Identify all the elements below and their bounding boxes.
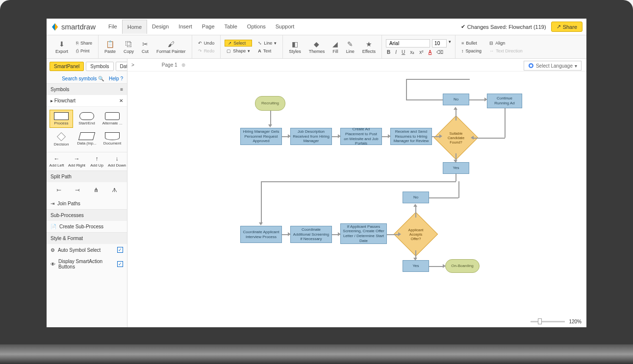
- node-d1[interactable]: Suitable Candidate Found?: [440, 122, 472, 153]
- tab-nav-prev[interactable]: >: [131, 62, 134, 68]
- copy-button[interactable]: ⿻Copy: [122, 39, 136, 55]
- clear-format-button[interactable]: ⌫: [435, 49, 444, 55]
- symbols-subheader[interactable]: ▸ Flowchart✕: [47, 95, 127, 107]
- split-left-button[interactable]: ⤚: [53, 185, 65, 195]
- split-right-button[interactable]: ⤙: [72, 185, 83, 195]
- menubar: smartdraw File Home Design Insert Page T…: [47, 19, 586, 35]
- menu-file[interactable]: File: [103, 20, 122, 34]
- underline-button[interactable]: U: [401, 49, 406, 55]
- add-page-button[interactable]: ⊕: [181, 62, 185, 68]
- bold-button[interactable]: B: [386, 49, 391, 55]
- page-tab-1[interactable]: Page 1: [162, 62, 177, 68]
- font-color-button[interactable]: A: [428, 49, 433, 55]
- join-paths-item[interactable]: ⇥Join Paths: [47, 198, 127, 209]
- tab-symbols[interactable]: Symbols: [86, 62, 113, 71]
- node-no1[interactable]: No: [443, 94, 469, 105]
- node-r2c2[interactable]: Coordinate Additional Screening if Neces…: [290, 226, 332, 243]
- effects-button[interactable]: ★Effects: [360, 39, 378, 55]
- cut-button[interactable]: ✂Cut: [140, 39, 151, 55]
- node-r2c3[interactable]: If Applicant Passes Screening, Create Of…: [340, 223, 387, 244]
- line-icon: ⤡: [258, 41, 262, 46]
- create-subprocess-item[interactable]: 📄Create Sub-Process: [47, 221, 127, 232]
- node-yes1[interactable]: Yes: [443, 162, 469, 174]
- smartaction-item[interactable]: 👁Display SmartAction Buttons✓: [47, 256, 127, 272]
- add-down-button[interactable]: ↓Add Down: [107, 152, 127, 170]
- pen-icon: ✎: [347, 40, 353, 48]
- add-left-button[interactable]: ←Add Left: [47, 152, 67, 170]
- node-d2[interactable]: Applicant Accepts Offer?: [400, 218, 431, 250]
- menu-page[interactable]: Page: [197, 20, 220, 34]
- symbol-document[interactable]: Document: [101, 130, 124, 149]
- line-style-button[interactable]: ✎Line: [344, 39, 356, 55]
- node-r2c1[interactable]: Coordinate Applicant Interview Process: [240, 226, 282, 243]
- add-up-button[interactable]: ↑Add Up: [87, 152, 107, 170]
- symbol-process[interactable]: Process: [50, 110, 73, 128]
- language-selector[interactable]: Select Language▾: [524, 61, 582, 71]
- line-mode[interactable]: ⤡Line▾: [256, 40, 279, 47]
- format-painter-button[interactable]: 🖌Format Painter: [154, 39, 188, 55]
- tab-data[interactable]: Data: [116, 62, 127, 71]
- node-r1c3[interactable]: Create Ad Placement to Post on Website a…: [340, 128, 382, 145]
- symbol-data[interactable]: Data (Inp...: [75, 130, 99, 149]
- font-size-select[interactable]: [432, 39, 447, 48]
- ribbon-toolbar: ⬇Export ⎘Share ⎙Print 📋Paste ⿻Copy ✂Cut …: [47, 35, 586, 59]
- auto-symbol-item[interactable]: ⚙Auto Symbol Select✓: [47, 244, 127, 256]
- fill-button[interactable]: ◢Fill: [330, 39, 340, 55]
- symbol-startend[interactable]: Start/End: [75, 110, 99, 128]
- italic-button[interactable]: I: [394, 49, 398, 55]
- menu-options[interactable]: Options: [242, 20, 271, 34]
- checkbox-checked-icon[interactable]: ✓: [117, 247, 123, 253]
- node-yes2[interactable]: Yes: [403, 260, 429, 272]
- share-tool[interactable]: ⎘Share: [74, 40, 94, 47]
- spacing-button[interactable]: ↕Spacing: [459, 48, 483, 54]
- bullet-button[interactable]: ≡Bullet: [459, 40, 483, 47]
- split-up-button[interactable]: ⋔: [90, 185, 102, 195]
- symbol-decision[interactable]: Decision: [50, 130, 73, 149]
- help-link[interactable]: Help ?: [109, 76, 123, 81]
- redo-button[interactable]: ↷Redo: [196, 48, 217, 54]
- node-contad[interactable]: Continue Running Ad: [487, 94, 522, 108]
- symbol-alternate[interactable]: Alternate ...: [101, 110, 124, 128]
- canvas-area: > Page 1 ⊕ Select Language▾ Recruiting H…: [127, 59, 586, 327]
- tab-smartpanel[interactable]: SmartPanel: [50, 62, 84, 71]
- export-button[interactable]: ⬇Export: [53, 39, 70, 55]
- shape-mode[interactable]: ▢Shape▾: [225, 48, 252, 54]
- text-mode[interactable]: AText: [256, 48, 279, 54]
- node-no2[interactable]: No: [403, 192, 429, 203]
- subscript-button[interactable]: x₂: [409, 49, 415, 55]
- flowchart-canvas[interactable]: Recruiting Hiring Manager Gets Personnel…: [127, 72, 586, 327]
- menu-insert[interactable]: Insert: [174, 20, 197, 34]
- node-r1c4[interactable]: Receive and Send Resumes to Hiring Manag…: [390, 128, 432, 145]
- node-r1c2[interactable]: Job Description Received from Hiring Man…: [290, 128, 332, 145]
- themes-button[interactable]: ◆Themes: [307, 39, 327, 55]
- export-icon: ⬇: [59, 40, 65, 48]
- close-icon[interactable]: ✕: [119, 98, 123, 103]
- shape-icon: ▢: [227, 49, 231, 53]
- menu-design[interactable]: Design: [147, 20, 174, 34]
- paste-button[interactable]: 📋Paste: [102, 39, 118, 55]
- align-button[interactable]: ⊟Align: [487, 40, 525, 47]
- undo-button[interactable]: ↶Undo: [196, 40, 217, 47]
- superscript-button[interactable]: x²: [418, 49, 424, 55]
- select-mode[interactable]: ➚Select: [225, 40, 252, 47]
- menu-icon[interactable]: ≡: [120, 87, 123, 92]
- print-button[interactable]: ⎙Print: [74, 48, 94, 54]
- menu-table[interactable]: Table: [220, 20, 242, 34]
- menu-support[interactable]: Support: [271, 20, 300, 34]
- node-recruiting[interactable]: Recruiting: [255, 96, 285, 111]
- node-r1c1[interactable]: Hiring Manager Gets Personnel Request Ap…: [240, 128, 282, 145]
- text-direction-button[interactable]: ↔Text Direction: [487, 48, 525, 54]
- node-onboarding[interactable]: On-Boarding: [445, 259, 480, 273]
- search-symbols-link[interactable]: Search symbols 🔍: [62, 76, 104, 81]
- brush-icon: 🖌: [168, 40, 175, 48]
- font-select[interactable]: [386, 39, 430, 48]
- connector: [406, 99, 443, 100]
- checkbox-checked-icon[interactable]: ✓: [117, 261, 123, 267]
- menu-home[interactable]: Home: [122, 20, 147, 34]
- add-right-button[interactable]: →Add Right: [67, 152, 87, 170]
- zoom-slider[interactable]: [531, 321, 565, 322]
- split-down-button[interactable]: ⩚: [109, 185, 121, 195]
- styles-button[interactable]: ◧Styles: [287, 39, 303, 55]
- share-button[interactable]: ↗ Share: [551, 22, 582, 32]
- print-icon: ⎙: [76, 49, 78, 53]
